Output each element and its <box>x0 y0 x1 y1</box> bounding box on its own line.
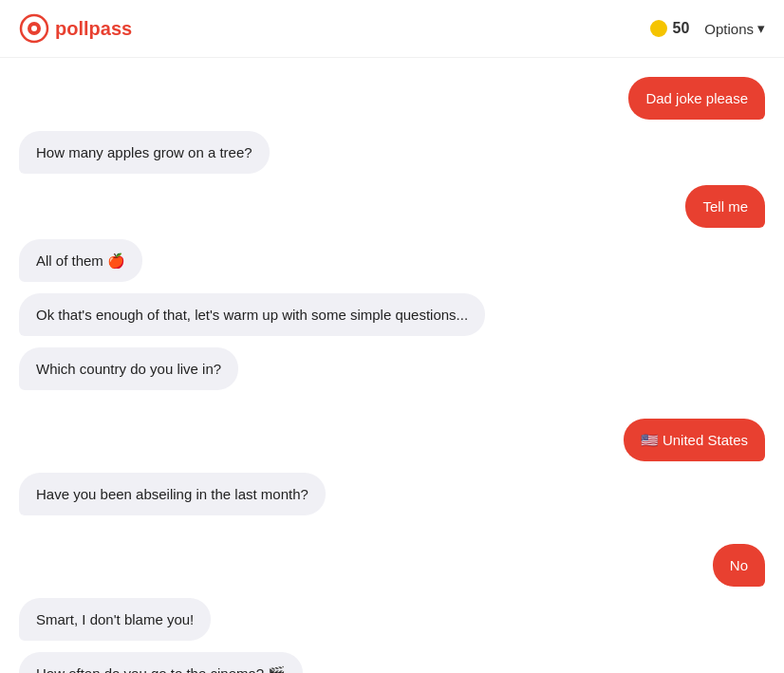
message-row: 🇺🇸 United States <box>19 419 765 461</box>
message-row: Which country do you live in? <box>19 347 765 390</box>
coin-icon <box>650 20 667 37</box>
user-bubble: Dad joke please <box>628 77 765 120</box>
bot-bubble: Smart, I don't blame you! <box>19 598 211 641</box>
header-right: 50 Options ▾ <box>650 20 766 37</box>
bot-bubble: Ok that's enough of that, let's warm up … <box>19 293 485 336</box>
message-row: How many apples grow on a tree? <box>19 131 765 174</box>
message-text: No <box>730 557 748 573</box>
user-bubble: 🇺🇸 United States <box>624 419 765 461</box>
bot-bubble: How many apples grow on a tree? <box>19 131 270 174</box>
logo-icon <box>19 13 49 44</box>
message-text: How often do you go to the cinema? 🎬 <box>36 665 286 673</box>
chat-area: Dad joke please How many apples grow on … <box>0 58 784 673</box>
message-text: Dad joke please <box>645 90 748 106</box>
message-text: Have you been abseiling in the last mont… <box>36 486 308 502</box>
options-label: Options <box>704 21 754 37</box>
chevron-down-icon: ▾ <box>757 20 765 37</box>
svg-point-2 <box>31 26 37 31</box>
message-text: 🇺🇸 United States <box>641 432 748 448</box>
coins-count: 50 <box>673 20 690 37</box>
bot-bubble: How often do you go to the cinema? 🎬 <box>19 652 303 673</box>
message-row: Tell me <box>19 185 765 228</box>
user-bubble: Tell me <box>685 185 765 228</box>
message-text: Tell me <box>702 198 748 215</box>
bot-bubble: All of them 🍎 <box>19 239 142 282</box>
options-button[interactable]: Options ▾ <box>704 20 765 37</box>
message-text: Ok that's enough of that, let's warm up … <box>36 307 468 323</box>
message-text: Which country do you live in? <box>36 361 221 377</box>
message-row: How often do you go to the cinema? 🎬 <box>19 652 765 673</box>
app-header: pollpass 50 Options ▾ <box>0 0 784 58</box>
coins-display: 50 <box>650 20 690 37</box>
message-row: No <box>19 544 765 587</box>
message-text: All of them 🍎 <box>36 252 125 269</box>
bot-bubble: Have you been abseiling in the last mont… <box>19 473 326 515</box>
message-row: Smart, I don't blame you! <box>19 598 765 641</box>
bot-bubble: Which country do you live in? <box>19 347 238 390</box>
message-row: Ok that's enough of that, let's warm up … <box>19 293 765 336</box>
user-bubble: No <box>713 544 765 587</box>
logo: pollpass <box>19 13 132 44</box>
logo-text: pollpass <box>55 18 132 40</box>
message-text: Smart, I don't blame you! <box>36 611 194 627</box>
message-row: Dad joke please <box>19 77 765 120</box>
message-row: All of them 🍎 <box>19 239 765 282</box>
message-row: Have you been abseiling in the last mont… <box>19 473 765 515</box>
message-text: How many apples grow on a tree? <box>36 144 252 160</box>
